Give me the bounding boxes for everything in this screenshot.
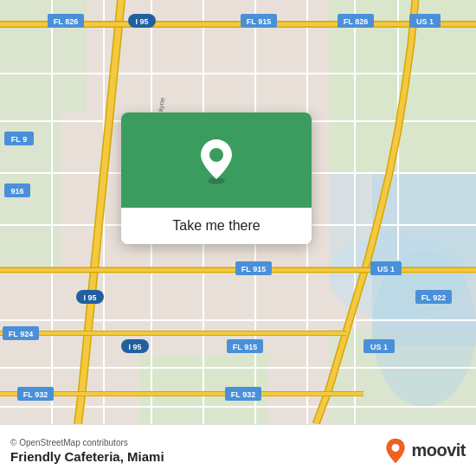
location-pin-icon bbox=[196, 136, 237, 184]
moovit-logo: moovit bbox=[383, 437, 466, 465]
card-map-preview bbox=[121, 113, 312, 208]
place-name: Friendly Cafeteria, Miami bbox=[10, 449, 164, 464]
card-button-area[interactable]: Take me there bbox=[121, 208, 312, 244]
svg-text:916: 916 bbox=[10, 187, 23, 196]
svg-point-72 bbox=[392, 444, 400, 452]
svg-text:FL 915: FL 915 bbox=[233, 343, 257, 351]
svg-text:FL 932: FL 932 bbox=[23, 390, 48, 399]
copyright-text: © OpenStreetMap contributors bbox=[10, 438, 164, 447]
svg-text:FL 932: FL 932 bbox=[231, 390, 255, 399]
svg-text:US 1: US 1 bbox=[416, 17, 434, 26]
svg-text:US 1: US 1 bbox=[377, 265, 395, 273]
svg-text:I 95: I 95 bbox=[135, 17, 148, 26]
svg-text:I 95: I 95 bbox=[83, 293, 96, 302]
navigation-card: Take me there bbox=[121, 113, 312, 244]
svg-text:FL 922: FL 922 bbox=[421, 293, 446, 302]
svg-text:US 1: US 1 bbox=[370, 343, 388, 351]
svg-text:I 95: I 95 bbox=[128, 343, 141, 351]
svg-text:FL 826: FL 826 bbox=[344, 17, 368, 26]
svg-text:FL 915: FL 915 bbox=[241, 265, 266, 273]
svg-text:FL 9: FL 9 bbox=[11, 135, 27, 144]
bottom-info: © OpenStreetMap contributors Friendly Ca… bbox=[10, 438, 164, 464]
take-me-there-button[interactable]: Take me there bbox=[172, 218, 260, 234]
map-container: FL 826 I 95 FL 915 FL 826 US 1 FL 9 916 … bbox=[0, 0, 476, 424]
svg-text:FL 924: FL 924 bbox=[9, 330, 33, 338]
moovit-pin-icon bbox=[383, 437, 408, 465]
svg-point-71 bbox=[209, 148, 223, 162]
svg-text:FL 826: FL 826 bbox=[54, 17, 78, 26]
moovit-text: moovit bbox=[411, 441, 466, 460]
svg-text:FL 915: FL 915 bbox=[247, 17, 271, 26]
bottom-bar: © OpenStreetMap contributors Friendly Ca… bbox=[0, 424, 476, 476]
